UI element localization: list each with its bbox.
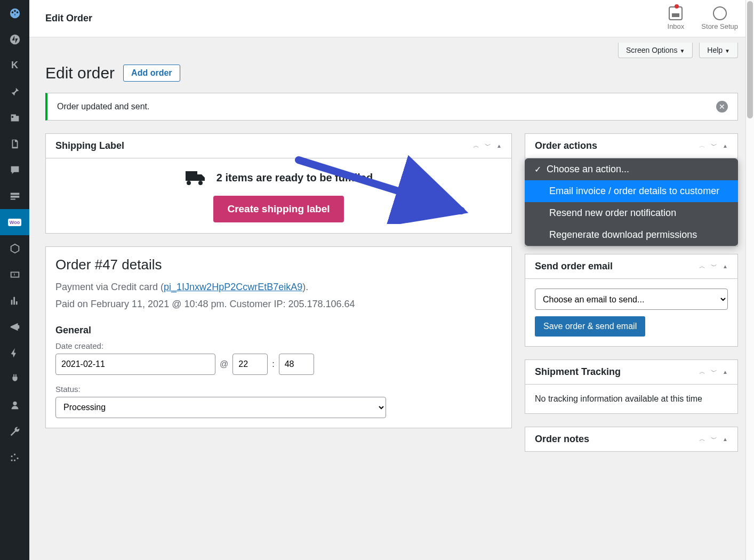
send-email-box: Send order email ︿ ﹀ ▲ Choose an email t… <box>525 254 738 347</box>
sidebar-jetpack[interactable] <box>0 26 29 52</box>
sidebar-marketing[interactable] <box>0 314 29 340</box>
topbar-title: Edit Order <box>45 13 92 24</box>
toggle-icon[interactable]: ▲ <box>723 263 728 269</box>
shipment-tracking-title: Shipment Tracking <box>535 366 621 378</box>
order-meta: Payment via Credit card (pi_1IJnxw2HpP2C… <box>55 278 502 313</box>
scrollbar-thumb[interactable] <box>747 1 753 118</box>
sidebar-tools[interactable] <box>0 418 29 444</box>
date-input[interactable] <box>55 354 215 375</box>
minute-input[interactable] <box>279 354 314 375</box>
order-actions-box: Order actions ︿ ﹀ ▲ Choose an action... … <box>525 133 738 246</box>
sidebar-plugins[interactable] <box>0 366 29 392</box>
shipping-label-box: Shipping Label ︿ ﹀ ▲ 2 items are rea <box>45 133 512 234</box>
inbox-button[interactable]: Inbox <box>668 6 685 30</box>
success-notice: Order updated and sent. ✕ <box>45 93 738 121</box>
sidebar-pages[interactable] <box>0 131 29 157</box>
move-down-icon[interactable]: ﹀ <box>711 367 717 377</box>
save-send-email-button[interactable]: Save order & send email <box>535 316 645 337</box>
page-title: Edit order <box>45 64 115 82</box>
sidebar-forms[interactable] <box>0 183 29 209</box>
sidebar-payments[interactable] <box>0 261 29 287</box>
move-up-icon[interactable]: ︿ <box>699 367 705 377</box>
shipment-tracking-box: Shipment Tracking ︿ ﹀ ▲ No tracking info… <box>525 359 738 414</box>
sidebar-settings[interactable] <box>0 444 29 470</box>
action-email-invoice[interactable]: Email invoice / order details to custome… <box>525 180 738 202</box>
action-regenerate-permissions[interactable]: Regenerate download permissions <box>525 224 738 246</box>
order-notes-box: Order notes ︿ ﹀ ▲ <box>525 427 738 452</box>
move-up-icon[interactable]: ︿ <box>473 141 479 150</box>
topbar: Edit Order Inbox Store Setup <box>29 0 754 37</box>
toggle-icon[interactable]: ▲ <box>723 436 728 442</box>
help-tab[interactable]: Help▼ <box>699 43 738 58</box>
create-shipping-label-button[interactable]: Create shipping label <box>213 196 343 222</box>
move-down-icon[interactable]: ﹀ <box>711 435 717 444</box>
status-label: Status: <box>55 385 502 394</box>
truck-icon <box>185 169 208 186</box>
email-select[interactable]: Choose an email to send... <box>535 289 728 310</box>
sidebar-media[interactable] <box>0 105 29 131</box>
shipping-label-title: Shipping Label <box>55 140 124 151</box>
scrollbar[interactable] <box>745 0 754 481</box>
order-details-heading: Order #47 details <box>55 257 502 273</box>
sidebar-pin[interactable] <box>0 78 29 105</box>
move-down-icon[interactable]: ﹀ <box>711 262 717 271</box>
sidebar-dashboard[interactable] <box>0 0 29 26</box>
move-down-icon[interactable]: ﹀ <box>485 141 491 150</box>
sidebar-analytics[interactable] <box>0 287 29 314</box>
order-actions-dropdown: Choose an action... Email invoice / orde… <box>525 158 738 246</box>
dismiss-notice-button[interactable]: ✕ <box>716 101 728 113</box>
sidebar-users[interactable] <box>0 392 29 418</box>
order-notes-title: Order notes <box>535 434 589 445</box>
order-details-box: Order #47 details Payment via Credit car… <box>45 246 512 428</box>
screen-options-tab[interactable]: Screen Options▼ <box>618 43 693 58</box>
notice-text: Order updated and sent. <box>57 102 149 111</box>
toggle-icon[interactable]: ▲ <box>496 143 502 149</box>
send-email-title: Send order email <box>535 261 613 272</box>
admin-sidebar: K Woo <box>0 0 29 481</box>
shipping-ready-msg: 2 items are ready to be fulfilled <box>216 172 373 184</box>
sidebar-appearance[interactable] <box>0 340 29 366</box>
svg-point-0 <box>10 34 19 44</box>
sidebar-comments[interactable] <box>0 157 29 183</box>
move-up-icon[interactable]: ︿ <box>699 435 705 444</box>
general-heading: General <box>55 325 502 336</box>
action-resend-notification[interactable]: Resend new order notification <box>525 202 738 224</box>
move-up-icon[interactable]: ︿ <box>699 141 705 150</box>
store-setup-label: Store Setup <box>701 22 738 30</box>
sidebar-k[interactable]: K <box>0 52 29 78</box>
add-order-button[interactable]: Add order <box>123 65 180 82</box>
time-colon: : <box>272 359 274 369</box>
tracking-text: No tracking information available at thi… <box>535 394 728 404</box>
move-down-icon[interactable]: ﹀ <box>711 141 717 150</box>
order-actions-title: Order actions <box>535 140 597 151</box>
toggle-icon[interactable]: ▲ <box>723 369 728 375</box>
inbox-label: Inbox <box>668 22 685 30</box>
action-placeholder[interactable]: Choose an action... <box>525 158 738 180</box>
move-up-icon[interactable]: ︿ <box>699 262 705 271</box>
payment-link[interactable]: pi_1IJnxw2HpP2CcwrEtB7eikA9 <box>164 282 302 292</box>
circle-icon <box>713 6 727 20</box>
sidebar-products[interactable] <box>0 235 29 261</box>
hour-input[interactable] <box>232 354 268 375</box>
status-select[interactable]: Processing <box>55 397 386 418</box>
at-symbol: @ <box>220 359 228 369</box>
store-setup-button[interactable]: Store Setup <box>701 6 738 30</box>
sidebar-woocommerce[interactable]: Woo <box>0 209 29 235</box>
date-created-label: Date created: <box>55 341 502 350</box>
toggle-icon[interactable]: ▲ <box>723 143 728 149</box>
